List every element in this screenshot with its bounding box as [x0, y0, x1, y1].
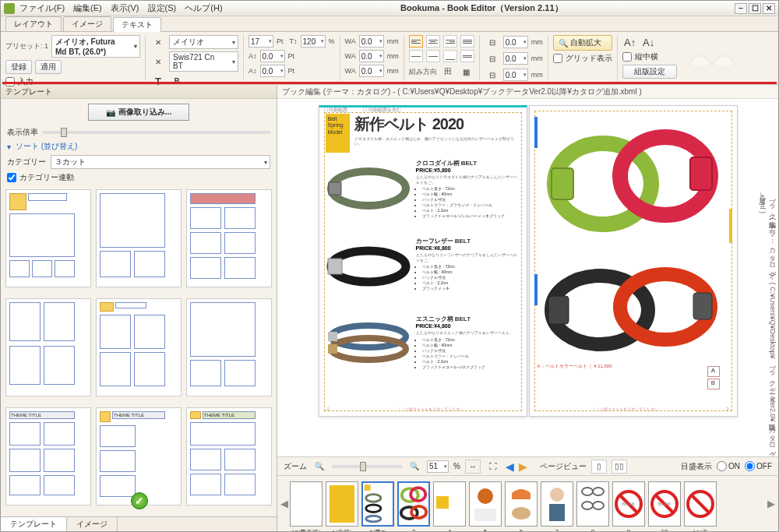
font-secondary-dropdown[interactable]: Swis721 Cn BT — [169, 51, 238, 72]
page-thumb[interactable] — [576, 481, 609, 527]
subscript-icon[interactable]: A↓ — [641, 35, 657, 49]
ruler-off-radio[interactable]: OFF — [745, 461, 772, 471]
kerning-field[interactable]: 0.0 — [260, 50, 285, 62]
font-color-icon[interactable]: T — [150, 74, 166, 88]
font-size-field[interactable]: 17 — [249, 35, 273, 48]
category-dropdown[interactable]: ３カット — [51, 155, 270, 169]
font-family-dropdown[interactable]: メイリオ — [169, 35, 238, 49]
zoom-in-icon[interactable]: 🔍 — [407, 460, 422, 474]
sort-toggle[interactable]: ▾ ソート (並び替え) — [7, 141, 270, 152]
page-thumb[interactable] — [433, 481, 466, 527]
close-button[interactable]: ✕ — [763, 3, 775, 14]
kerning2-field[interactable]: 0.0 — [260, 65, 285, 77]
template-thumb[interactable]: THEME TITLE — [5, 407, 91, 506]
page-thumb[interactable] — [684, 481, 717, 527]
scale-slider[interactable] — [43, 131, 270, 134]
clear-format-icon[interactable]: ✕ — [150, 35, 166, 49]
fit-width-icon[interactable]: ↔ — [465, 460, 481, 474]
maximize-button[interactable]: ☐ — [749, 3, 761, 14]
menu-help[interactable]: ヘルプ(H) — [185, 3, 222, 12]
margin-lr-field[interactable]: 0.0 — [503, 69, 528, 81]
bottom-tab-template[interactable]: テンプレート — [1, 517, 67, 531]
category-link-checkbox[interactable] — [7, 173, 16, 182]
font-main-dropdown[interactable]: メイリオ, Futura Md BT, (26.0*) — [51, 35, 140, 58]
register-button[interactable]: 登録 — [5, 60, 32, 74]
tab-layout[interactable]: レイアウト — [5, 16, 62, 31]
bold-icon[interactable]: B — [169, 74, 185, 88]
page-thumb[interactable]: BLANK — [648, 481, 681, 527]
margin-bot-icon[interactable]: ⊟ — [485, 51, 500, 65]
template-thumb[interactable] — [96, 189, 182, 287]
page-thumb-current[interactable] — [397, 481, 430, 527]
page-thumb[interactable] — [505, 481, 538, 527]
valign-top-icon[interactable] — [409, 50, 423, 62]
page-thumb-label: 10 — [648, 528, 681, 532]
next-page-icon[interactable]: ▶ — [519, 460, 527, 473]
template-thumb[interactable] — [5, 189, 91, 287]
zoom-value-field[interactable]: 51 — [427, 460, 449, 473]
superscript-icon[interactable]: A↑ — [622, 35, 638, 49]
page-right[interactable]: A：ベルトカラーベルト ｜￥11,500 A B 3 ここに副タイトルを入力して… — [529, 105, 738, 417]
thumbs-prev-icon[interactable]: ◀ — [280, 498, 288, 509]
template-thumb[interactable] — [96, 298, 182, 396]
svg-rect-28 — [549, 504, 565, 521]
menu-view[interactable]: 表示(V) — [111, 3, 139, 12]
single-page-icon[interactable]: ▯ — [591, 460, 607, 474]
window-title: Bookuma - Book Editor（Version 2.11） — [229, 2, 735, 14]
page-thumb[interactable]: BLANK — [612, 481, 645, 527]
page-thumb[interactable] — [541, 481, 573, 527]
margin-lr-icon[interactable]: ⊟ — [485, 68, 500, 82]
valign-bot-icon[interactable] — [443, 50, 457, 62]
direction-v-icon[interactable]: ▦ — [459, 65, 474, 79]
wa3-field[interactable]: 0.0 — [359, 65, 384, 77]
apply-button[interactable]: 適用 — [35, 60, 62, 74]
template-thumb[interactable] — [186, 189, 272, 287]
align-right-icon[interactable] — [443, 35, 457, 48]
grid-checkbox[interactable] — [553, 54, 562, 63]
align-justify-icon[interactable] — [460, 35, 474, 48]
margin-top-icon[interactable]: ⊟ — [485, 35, 500, 49]
valign-eq-icon[interactable] — [460, 50, 474, 62]
tatechuyoko-checkbox[interactable] — [622, 52, 632, 62]
zoom-slider[interactable] — [332, 465, 402, 468]
align-center-icon[interactable] — [426, 35, 440, 48]
zoom-out-icon[interactable]: 🔍 — [312, 460, 327, 474]
menu-edit[interactable]: 編集(E) — [73, 3, 102, 12]
margin-bot-field[interactable]: 0.0 — [503, 52, 528, 65]
valign-mid-icon[interactable] — [426, 50, 440, 62]
spread-page-icon[interactable]: ▯▯ — [612, 460, 627, 474]
fit-page-icon[interactable]: ⛶ — [485, 460, 501, 474]
image-import-button[interactable]: 📷 画像取り込み... — [88, 104, 189, 121]
template-thumb[interactable]: THEME TITLE — [186, 407, 272, 506]
direction-h-icon[interactable]: 田 — [440, 65, 456, 79]
template-thumb[interactable] — [186, 298, 272, 396]
tab-image[interactable]: イメージ — [63, 16, 111, 31]
clear-format2-icon[interactable]: ✕ — [150, 55, 166, 69]
page-thumb-current[interactable] — [361, 481, 394, 527]
prev-page-icon[interactable]: ◀ — [506, 460, 514, 473]
menu-file[interactable]: ファイル(F) — [19, 3, 65, 12]
product-desc-2: えたるやなりカーフレザーのナリアルをしんだレザーベルトをご。 — [416, 252, 520, 262]
ruler-on-radio[interactable]: ON — [717, 461, 740, 471]
template-thumb[interactable] — [5, 298, 91, 396]
auto-expand-button[interactable]: 🔍自動拡大 — [553, 35, 612, 51]
margin-top-field[interactable]: 0.0 — [503, 36, 528, 48]
page-thumb[interactable] — [326, 481, 358, 527]
menu-bar: ファイル(F) 編集(E) 表示(V) 設定(S) ヘルプ(H) — [19, 2, 229, 14]
bottom-tab-image[interactable]: イメージ — [67, 517, 118, 531]
page-thumb[interactable] — [290, 481, 323, 527]
wa-field[interactable]: 0.0 — [359, 35, 384, 48]
align-left-icon[interactable] — [409, 35, 423, 48]
wa3-icon: WA — [345, 67, 356, 75]
minimize-button[interactable]: – — [735, 3, 747, 14]
wa2-field[interactable]: 0.0 — [359, 50, 384, 62]
tab-text[interactable]: テキスト — [113, 17, 161, 32]
page-left[interactable]: ☐ 印刷範囲 ☐ 印刷範囲を含む Belt Spring Model 新作ベルト… — [319, 105, 527, 417]
line-height-field[interactable]: 120 — [301, 35, 326, 48]
thumbs-next-icon[interactable]: ▶ — [767, 498, 775, 509]
category-label: カテゴリー — [7, 157, 46, 167]
page-thumb[interactable] — [469, 481, 502, 527]
menu-settings[interactable]: 設定(S) — [148, 3, 177, 12]
svg-point-19 — [366, 516, 381, 522]
template-thumb-selected[interactable]: THEME TITLE ✓ — [96, 407, 182, 506]
